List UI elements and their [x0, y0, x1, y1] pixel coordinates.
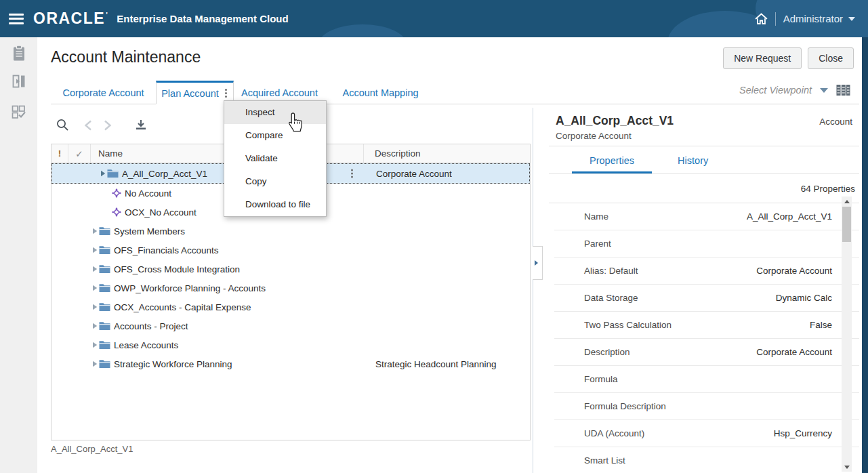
viewpoint-tabbar: Corporate AccountPlan AccountAcquired Ac…	[51, 81, 859, 104]
expand-arrow-icon[interactable]	[92, 304, 99, 310]
menu-item-inspect[interactable]: Inspect	[224, 101, 326, 124]
panel-splitter[interactable]	[533, 108, 533, 473]
property-label: Smart List	[584, 455, 832, 466]
tree-row[interactable]: OFS_Cross Module Integration	[51, 260, 530, 279]
property-row[interactable]: Parent	[554, 230, 859, 258]
inspector-tab-properties[interactable]: Properties	[572, 152, 652, 173]
column-header-description[interactable]: Description	[364, 148, 530, 159]
scroll-down-icon[interactable]	[842, 462, 852, 472]
hamburger-menu-icon[interactable]	[9, 14, 24, 24]
main-content: Account Maintenance New Request Close Co…	[37, 37, 862, 473]
close-button[interactable]: Close	[808, 47, 854, 69]
inspector-tabs: PropertiesHistory	[549, 152, 859, 174]
viewpoint-placeholder[interactable]: Select Viewpoint	[739, 85, 812, 96]
folder-icon	[99, 359, 110, 369]
node-name-label: OFS_Cross Module Integration	[114, 264, 240, 274]
node-name-label: System Members	[114, 226, 185, 236]
node-description-cell: Strategic Headcount Planning	[365, 359, 530, 369]
new-request-button[interactable]: New Request	[723, 47, 802, 69]
requests-clipboard-icon[interactable]	[10, 45, 28, 62]
property-row[interactable]: NameA_All_Corp_Acct_V1	[554, 203, 859, 230]
tab-label: Corporate Account	[62, 87, 144, 98]
property-label: Parent	[584, 239, 832, 249]
row-name-cell: OFS_Financials Accounts	[91, 241, 365, 260]
expand-arrow-icon[interactable]	[92, 228, 99, 234]
menu-item-compare[interactable]: Compare	[224, 124, 326, 147]
tree-row[interactable]: OCX_Accounts - Capital Expense	[51, 297, 530, 316]
property-row[interactable]: UDA (Account)Hsp_Currency	[554, 420, 859, 447]
chevron-down-icon[interactable]	[820, 88, 828, 93]
node-name-label: OCX_Accounts - Capital Expense	[114, 302, 251, 312]
property-value: Dynamic Calc	[776, 293, 832, 303]
tab-plan-account[interactable]: Plan Account	[156, 81, 234, 104]
inspector-node-title: A_All_Corp_Acct_V1	[556, 114, 674, 128]
folder-icon	[99, 226, 110, 236]
row-name-cell: OWP_Workforce Planning - Accounts	[91, 279, 365, 297]
scrollbar-thumb[interactable]	[842, 207, 851, 242]
property-row[interactable]: Two Pass CalculationFalse	[554, 312, 859, 339]
tree-row[interactable]: OFS_Financials Accounts	[51, 241, 530, 260]
tab-actions-kebab-icon[interactable]	[224, 87, 228, 99]
property-row[interactable]: Formula Description	[554, 393, 859, 420]
node-name-label: Lease Accounts	[114, 340, 178, 350]
menu-item-copy[interactable]: Copy	[224, 170, 326, 193]
row-actions-kebab-icon[interactable]	[350, 168, 354, 180]
user-dropdown[interactable]: Administrator	[783, 13, 855, 24]
splitter-collapse-handle[interactable]	[533, 246, 543, 280]
node-name-label: No Account	[125, 188, 171, 199]
tab-account-mapping[interactable]: Account Mapping	[325, 81, 436, 104]
tree-row[interactable]: Strategic Workforce PlanningStrategic He…	[51, 354, 530, 373]
viewpoint-selector[interactable]: Select Viewpoint	[739, 84, 850, 96]
tab-label: Plan Account	[161, 88, 219, 99]
scroll-up-icon[interactable]	[842, 197, 852, 206]
property-value: Corporate Account	[756, 266, 832, 276]
row-name-cell: Lease Accounts	[91, 335, 365, 354]
menu-item-download-to-file[interactable]: Download to file	[224, 193, 326, 216]
tree-row[interactable]: System Members	[51, 222, 530, 241]
user-name: Administrator	[783, 13, 843, 24]
property-row[interactable]: Alias: DefaultCorporate Account	[554, 258, 859, 285]
page-title: Account Maintenance	[51, 48, 201, 66]
back-chevron-icon[interactable]	[84, 120, 92, 131]
tree-row[interactable]: OWP_Workforce Planning - Accounts	[51, 279, 530, 297]
oracle-logo: ORACLE	[33, 9, 108, 28]
expand-arrow-icon[interactable]	[92, 342, 99, 348]
context-menu: InspectCompareValidateCopyDownload to fi…	[224, 100, 327, 217]
search-icon[interactable]	[56, 119, 69, 131]
validate-grid-icon[interactable]	[10, 103, 28, 121]
home-icon[interactable]	[755, 13, 768, 24]
property-row[interactable]: Formula	[554, 366, 859, 393]
property-row[interactable]: DescriptionCorporate Account	[554, 339, 859, 366]
layout-columns-icon[interactable]	[836, 84, 850, 96]
expand-arrow-icon[interactable]	[92, 266, 99, 272]
column-header-alert: !	[51, 144, 68, 163]
forward-chevron-icon[interactable]	[104, 120, 112, 131]
property-label: Alias: Default	[584, 266, 756, 276]
property-row[interactable]: Data StorageDynamic Calc	[554, 285, 859, 312]
properties-scrollbar[interactable]	[842, 197, 852, 472]
tab-corporate-account[interactable]: Corporate Account	[51, 81, 156, 104]
expand-arrow-icon[interactable]	[92, 247, 99, 253]
download-icon[interactable]	[135, 119, 147, 131]
property-value: A_All_Corp_Acct_V1	[747, 211, 832, 222]
compare-panels-icon[interactable]	[10, 73, 28, 90]
topbar-divider	[775, 12, 776, 26]
row-name-cell: OFS_Cross Module Integration	[91, 260, 365, 279]
expand-arrow-icon[interactable]	[92, 285, 99, 291]
tab-label: Account Mapping	[342, 87, 418, 98]
tree-row[interactable]: Lease Accounts	[51, 335, 530, 354]
property-label: Description	[584, 347, 756, 357]
property-label: Formula	[584, 374, 832, 384]
folder-icon	[99, 264, 110, 274]
expand-arrow-icon[interactable]	[92, 323, 99, 329]
folder-icon	[99, 283, 110, 293]
leaf-node-icon	[112, 207, 121, 217]
tab-label: Acquired Account	[241, 87, 318, 98]
folder-icon	[99, 302, 110, 312]
expand-arrow-icon[interactable]	[100, 170, 107, 177]
menu-item-validate[interactable]: Validate	[224, 147, 326, 170]
property-row[interactable]: Smart List	[554, 447, 859, 473]
expand-arrow-icon[interactable]	[92, 361, 99, 367]
tree-row[interactable]: Accounts - Project	[51, 316, 530, 335]
inspector-tab-history[interactable]: History	[660, 152, 726, 173]
